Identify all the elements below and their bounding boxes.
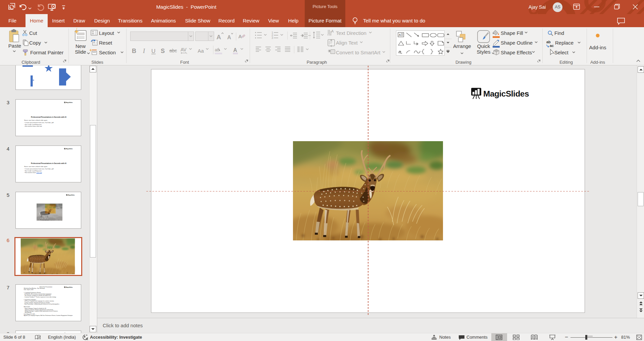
svg-text:I: I bbox=[143, 48, 145, 54]
svg-text:A: A bbox=[227, 35, 231, 40]
svg-text:Aa: Aa bbox=[198, 48, 204, 54]
svg-text:AV: AV bbox=[181, 47, 187, 52]
svg-text:A: A bbox=[238, 34, 242, 39]
svg-text:3: 3 bbox=[271, 36, 273, 40]
svg-text:S: S bbox=[161, 48, 165, 54]
svg-text:A: A bbox=[399, 33, 401, 37]
svg-text:A: A bbox=[216, 34, 221, 41]
svg-text:A: A bbox=[233, 47, 237, 53]
svg-text:U: U bbox=[151, 48, 155, 54]
svg-text:A: A bbox=[331, 29, 334, 33]
svg-text:ac: ac bbox=[550, 44, 554, 48]
svg-text:B: B bbox=[132, 48, 136, 54]
